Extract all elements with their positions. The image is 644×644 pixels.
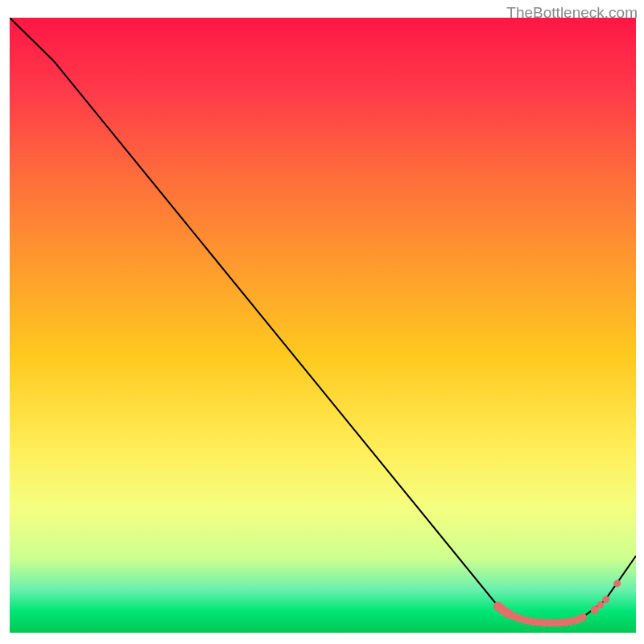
chart-container	[10, 18, 636, 633]
curve-marker	[579, 613, 587, 621]
curve-marker	[613, 580, 621, 587]
chart-plot-layer	[10, 18, 636, 633]
bottleneck-curve	[10, 18, 636, 623]
watermark-text: TheBottleneck.com	[506, 4, 638, 22]
curve-markers	[493, 580, 621, 626]
curve-marker	[597, 601, 604, 609]
curve-marker	[602, 596, 609, 603]
